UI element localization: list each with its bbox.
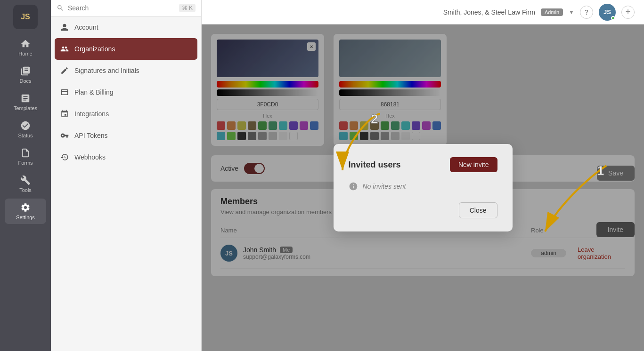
modal-footer: Close	[349, 202, 497, 218]
signature-icon	[60, 66, 69, 75]
dropdown-arrow[interactable]: ▼	[569, 9, 574, 16]
settings-icon	[20, 202, 31, 213]
search-shortcut-hint: ⌘ K	[179, 4, 196, 12]
modal-title: Invited users	[349, 160, 401, 170]
nav-item-settings[interactable]: Settings	[5, 199, 46, 224]
sidebar-label-integrations: Integrations	[74, 110, 109, 118]
sidebar-item-signatures[interactable]: Signatures and Initials	[51, 60, 201, 81]
main-area: Smith, Jones, & Steel Law Firm Admin ▼ ?…	[202, 0, 644, 351]
sidebar-label-webhooks: Webhooks	[74, 153, 106, 161]
nav-label-settings: Settings	[16, 215, 35, 220]
user-avatar[interactable]: JS	[599, 4, 616, 21]
app-logo[interactable]: JS	[13, 5, 38, 29]
templates-icon	[20, 93, 31, 104]
webhooks-icon	[60, 153, 69, 161]
add-button[interactable]: +	[621, 6, 635, 19]
nav-item-home[interactable]: Home	[5, 35, 46, 60]
sidebar-label-account: Account	[74, 24, 98, 31]
nav-label-docs: Docs	[19, 78, 31, 84]
info-circle-icon	[349, 182, 358, 191]
sidebar-item-account[interactable]: Account	[51, 16, 201, 38]
billing-icon	[60, 88, 69, 96]
modal-overlay: Invited users New invite No invites sent…	[202, 24, 644, 351]
no-invites-text: No invites sent	[363, 183, 406, 190]
left-navigation: JS Home Docs Templates Status Forms Tool…	[0, 0, 51, 351]
sidebar-item-integrations[interactable]: Integrations	[51, 103, 201, 125]
svg-text:2: 2	[371, 112, 378, 126]
nav-item-docs[interactable]: Docs	[5, 62, 46, 88]
sidebar-label-billing: Plan & Billing	[74, 88, 114, 96]
no-invites-message: No invites sent	[349, 182, 497, 191]
sidebar-item-billing[interactable]: Plan & Billing	[51, 81, 201, 103]
search-bar: ⌘ K	[51, 0, 201, 16]
forms-icon	[20, 148, 31, 158]
close-modal-button[interactable]: Close	[459, 202, 497, 218]
sidebar-item-organizations[interactable]: Organizations	[55, 38, 197, 60]
api-icon	[60, 131, 69, 140]
tools-icon	[20, 175, 31, 185]
nav-label-templates: Templates	[14, 105, 37, 111]
content-area: ✕ Hex	[202, 24, 644, 351]
account-icon	[60, 23, 69, 32]
help-button[interactable]: ?	[580, 6, 593, 19]
organizations-icon	[60, 45, 69, 53]
sidebar-label-api: API Tokens	[74, 132, 108, 139]
nav-label-home: Home	[18, 51, 32, 56]
sidebar-label-organizations: Organizations	[74, 45, 115, 53]
new-invite-button[interactable]: New invite	[450, 157, 497, 172]
nav-label-status: Status	[18, 133, 33, 138]
integrations-icon	[60, 110, 69, 118]
status-icon	[20, 120, 31, 131]
online-indicator	[611, 16, 615, 20]
search-input[interactable]	[68, 4, 175, 12]
settings-sidebar: ⌘ K Account Organizations Signatures and…	[51, 0, 202, 351]
annotation-arrow-1: 1	[531, 156, 625, 241]
modal-header: Invited users New invite	[349, 157, 497, 172]
firm-name: Smith, Jones, & Steel Law Firm	[443, 8, 535, 16]
nav-label-forms: Forms	[18, 160, 33, 166]
nav-item-templates[interactable]: Templates	[5, 89, 46, 115]
svg-text:1: 1	[597, 163, 604, 178]
docs-icon	[20, 66, 31, 76]
nav-item-status[interactable]: Status	[5, 117, 46, 142]
sidebar-item-api[interactable]: API Tokens	[51, 125, 201, 146]
sidebar-item-webhooks[interactable]: Webhooks	[51, 146, 201, 168]
search-icon	[57, 4, 64, 12]
admin-badge: Admin	[541, 8, 563, 16]
sidebar-label-signatures: Signatures and Initials	[74, 67, 139, 74]
nav-label-tools: Tools	[19, 187, 32, 193]
nav-item-tools[interactable]: Tools	[5, 171, 46, 197]
nav-item-forms[interactable]: Forms	[5, 144, 46, 169]
top-bar: Smith, Jones, & Steel Law Firm Admin ▼ ?…	[202, 0, 644, 24]
invited-users-modal: Invited users New invite No invites sent…	[334, 144, 513, 231]
home-icon	[20, 39, 31, 49]
